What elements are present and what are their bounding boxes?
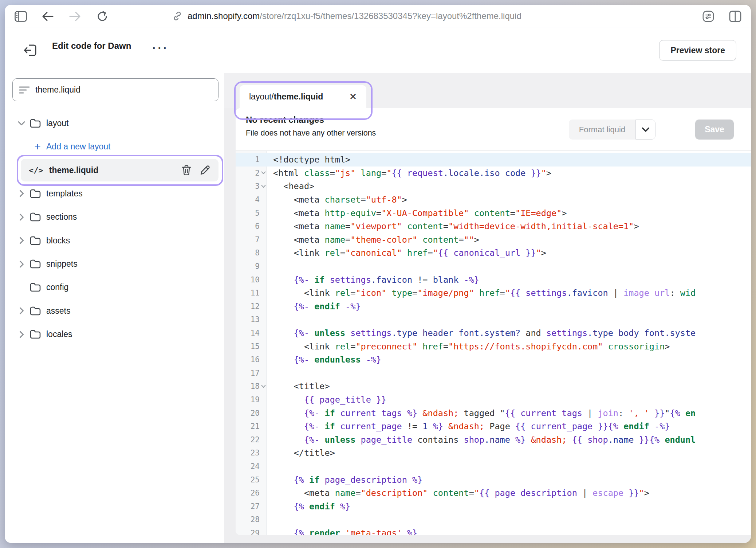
fold-chevron-icon[interactable] <box>260 167 267 180</box>
code-token: > <box>644 488 649 498</box>
folder-row-snippets[interactable]: snippets <box>5 252 224 275</box>
rename-file-icon[interactable] <box>200 165 210 176</box>
code-line[interactable]: 9 <box>236 260 751 273</box>
sidebar-toggle-icon[interactable] <box>14 10 27 23</box>
code-line[interactable]: 23 </title> <box>236 446 751 460</box>
code-line[interactable]: 4 <meta charset="utf-8"> <box>236 193 751 207</box>
code-token <box>273 395 304 405</box>
page-settings-icon[interactable] <box>702 10 715 23</box>
code-line[interactable]: 10 {%- if settings.favicon != blank -%} <box>236 273 751 286</box>
code-token: if <box>325 421 335 431</box>
code-line[interactable]: 5 <meta http-equiv="X-UA-Compatible" con… <box>236 206 751 220</box>
code-line[interactable]: 27 {% endif %} <box>236 500 751 513</box>
folder-row-assets[interactable]: assets <box>5 299 224 322</box>
chevron-right-icon[interactable] <box>16 331 27 338</box>
code-line[interactable]: 18 <title> <box>236 380 751 393</box>
code-line[interactable]: 21 {%- if current_page != 1 %} &ndash; P… <box>236 420 751 433</box>
delete-file-icon[interactable] <box>181 165 192 176</box>
chevron-right-icon[interactable] <box>16 261 27 268</box>
chevron-right-icon[interactable] <box>16 214 27 221</box>
code-token: href <box>407 248 428 258</box>
code-line[interactable]: 3 <head> <box>236 180 751 193</box>
line-number: 22 <box>236 435 260 444</box>
address-bar[interactable]: admin.shopify.com/store/rzq1xu-f5/themes… <box>172 5 521 27</box>
format-caret-icon[interactable] <box>635 120 655 140</box>
close-tab-icon[interactable]: ✕ <box>349 92 357 101</box>
editor-toolbar: No recent changes File does not have any… <box>236 108 751 151</box>
code-token: page_title <box>361 435 412 445</box>
code-token: <meta <box>273 235 324 245</box>
code-line[interactable]: 14 {%- unless settings.type_header_font.… <box>236 326 751 340</box>
code-token: rel <box>335 341 350 352</box>
code-line[interactable]: 26 <meta name="description" content="{{ … <box>236 486 751 500</box>
tab-theme-liquid[interactable]: layout/theme.liquid ✕ <box>240 85 366 108</box>
file-search[interactable] <box>12 78 218 101</box>
folder-row-locales[interactable]: locales <box>5 323 224 346</box>
code-line[interactable]: 19 {{ page_title }} <box>236 393 751 407</box>
search-input[interactable] <box>35 85 212 95</box>
code-token: .type_body_font.syste <box>587 328 696 338</box>
code-line[interactable]: 25 {% if page_description %} <box>236 473 751 486</box>
code-token: name <box>335 488 356 498</box>
code-line[interactable]: 1<!doctype html> <box>236 153 751 167</box>
code-line[interactable]: 7 <meta name="theme-color" content=""> <box>236 233 751 247</box>
code-line[interactable]: 15 <link rel="preconnect" href="https://… <box>236 340 751 353</box>
code-token: .name <box>608 435 634 445</box>
code-line[interactable]: 16 {%- endunless -%} <box>236 353 751 367</box>
code-token: %} <box>340 501 350 512</box>
code-token <box>273 275 294 285</box>
code-editor[interactable]: 1<!doctype html>2<html class="js" lang="… <box>236 151 751 535</box>
code-line[interactable]: 12 {%- endif -%} <box>236 300 751 313</box>
code-line[interactable]: 28 <box>236 513 751 527</box>
folder-icon <box>27 212 43 222</box>
code-token: " <box>386 168 391 178</box>
code-token: %} <box>515 435 525 445</box>
chevron-right-icon[interactable] <box>16 190 27 197</box>
code-token <box>273 301 294 312</box>
code-line[interactable]: 13 <box>236 313 751 326</box>
fold-spacer <box>260 513 267 527</box>
forward-button[interactable] <box>68 10 82 23</box>
chevron-right-icon[interactable] <box>16 237 27 244</box>
add-layout-action[interactable]: + Add a new layout <box>5 135 224 158</box>
folder-row-sections[interactable]: sections <box>5 206 224 229</box>
code-line[interactable]: 24 <box>236 460 751 473</box>
code-token: > <box>562 208 567 218</box>
code-line[interactable]: 11 <link rel="icon" type="image/png" hre… <box>236 286 751 300</box>
back-button[interactable] <box>41 10 54 23</box>
code-line[interactable]: 2<html class="js" lang="{{ request.local… <box>236 167 751 180</box>
code-line[interactable]: 17 <box>236 367 751 380</box>
preview-store-button[interactable]: Preview store <box>659 40 736 60</box>
more-actions-button[interactable]: ··· <box>150 38 172 58</box>
code-token: en <box>685 408 696 418</box>
format-liquid-button[interactable]: Format liquid <box>569 120 655 140</box>
split-view-icon[interactable] <box>729 10 742 23</box>
chevron-down-icon[interactable] <box>16 121 27 126</box>
code-line[interactable]: 22 {%- unless page_title contains shop.n… <box>236 433 751 446</box>
chevron-right-icon[interactable] <box>16 307 27 314</box>
folder-row-layout[interactable]: layout <box>5 111 224 135</box>
reload-button[interactable] <box>96 10 109 23</box>
code-token <box>402 221 407 231</box>
fold-chevron-icon[interactable] <box>260 180 267 193</box>
fold-spacer <box>260 340 267 353</box>
code-token: <meta <box>273 488 335 498</box>
folder-row-config[interactable]: config <box>5 276 224 299</box>
save-button[interactable]: Save <box>695 120 734 140</box>
folder-row-blocks[interactable]: blocks <box>5 229 224 252</box>
code-line[interactable]: 6 <meta name="viewport" content="width=d… <box>236 220 751 233</box>
folder-row-templates[interactable]: templates <box>5 182 224 205</box>
code-line[interactable]: 20 {%- if current_tags %} &ndash; tagged… <box>236 406 751 420</box>
code-token: shop <box>464 435 485 445</box>
exit-editor-icon[interactable] <box>22 42 39 59</box>
file-row-theme-liquid[interactable]: </> theme.liquid <box>21 159 218 181</box>
code-token: name <box>324 235 345 245</box>
code-token: > <box>474 235 479 245</box>
code-token: = <box>428 248 433 258</box>
code-line[interactable]: 8 <link rel="canonical" href="{{ canonic… <box>236 246 751 260</box>
fold-chevron-icon[interactable] <box>260 380 267 393</box>
code-line[interactable]: 29 {% render 'meta-tags' %} <box>236 527 751 535</box>
code-token: endunless <box>314 355 361 365</box>
code-token: " <box>433 248 438 258</box>
code-token: charset <box>324 195 361 205</box>
